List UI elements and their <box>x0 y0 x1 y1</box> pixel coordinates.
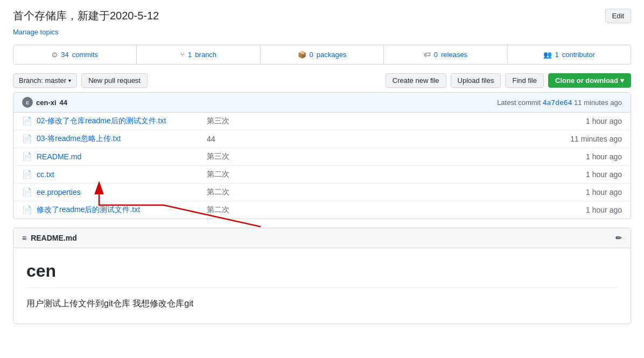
file-commit-msg: 第三次 <box>198 116 541 126</box>
branch-label: Branch: master <box>19 76 66 85</box>
file-link[interactable]: 修改了readme后的测试文件.txt <box>37 205 198 215</box>
contributors-label: contributor <box>562 51 595 59</box>
edit-readme-icon[interactable]: ✏ <box>615 234 622 242</box>
commit-message: 44 <box>60 99 67 107</box>
file-table: c cen-xi 44 Latest commit 4a7de64 11 min… <box>13 92 631 219</box>
table-row: 📄 ee.properties 第二次 1 hour ago <box>13 184 631 201</box>
commit-time: 11 minutes ago <box>574 99 622 107</box>
file-time: 1 hour ago <box>541 117 622 125</box>
branch-icon: ⑂ <box>180 51 185 59</box>
file-icon: 📄 <box>22 170 32 179</box>
file-link[interactable]: cc.txt <box>37 170 198 179</box>
latest-commit-prefix: Latest commit <box>497 99 541 107</box>
commit-author-info: c cen-xi 44 <box>22 97 67 108</box>
branch-selector[interactable]: Branch: master ▾ <box>13 73 77 88</box>
releases-count: 0 <box>434 51 438 59</box>
branches-stat[interactable]: ⑂ 1 branch <box>137 45 260 64</box>
branches-label: branch <box>195 51 216 59</box>
file-time: 1 hour ago <box>541 206 622 214</box>
author-name: cen-xi <box>36 99 57 107</box>
file-link[interactable]: ee.properties <box>37 188 198 196</box>
file-toolbar: Branch: master ▾ New pull request Create… <box>13 73 631 88</box>
commits-count: 34 <box>61 51 68 59</box>
file-time: 11 minutes ago <box>541 135 622 143</box>
releases-label: releases <box>441 51 467 59</box>
file-time: 1 hour ago <box>541 152 622 161</box>
file-commit-msg: 第三次 <box>198 152 541 162</box>
clone-or-download-button[interactable]: Clone or download ▾ <box>548 73 631 88</box>
readme-body: cen 用户测试上传文件到git仓库 我想修改仓库git <box>13 248 631 324</box>
commits-stat[interactable]: ⊙ 34 commits <box>13 45 137 64</box>
new-pull-request-button[interactable]: New pull request <box>81 73 148 88</box>
file-icon: 📄 <box>22 187 32 197</box>
clone-label: Clone or download <box>555 76 618 85</box>
file-link[interactable]: 02-修改了仓库readme后的测试文件.txt <box>37 116 198 126</box>
releases-icon: 🏷 <box>424 51 431 59</box>
file-commit-msg: 44 <box>198 135 541 143</box>
commit-header: c cen-xi 44 Latest commit 4a7de64 11 min… <box>13 93 631 113</box>
file-commit-msg: 第二次 <box>198 187 541 197</box>
chevron-down-icon: ▾ <box>620 76 624 85</box>
table-row: 📄 README.md 第三次 1 hour ago <box>13 148 631 166</box>
file-link[interactable]: README.md <box>37 152 198 161</box>
file-icon: 📄 <box>22 134 32 144</box>
readme-description: 用户测试上传文件到git仓库 我想修改仓库git <box>26 297 618 311</box>
file-icon: 📄 <box>22 152 32 162</box>
find-file-button[interactable]: Find file <box>505 73 544 88</box>
file-icon: 📄 <box>22 205 32 215</box>
readme-heading: cen <box>26 261 618 288</box>
stats-bar: ⊙ 34 commits ⑂ 1 branch 📦 0 packages 🏷 0… <box>13 45 631 65</box>
commits-icon: ⊙ <box>52 51 58 59</box>
releases-stat[interactable]: 🏷 0 releases <box>384 45 507 64</box>
package-icon: 📦 <box>298 51 306 59</box>
create-new-file-button[interactable]: Create new file <box>386 73 446 88</box>
file-time: 1 hour ago <box>541 188 622 196</box>
contributors-icon: 👥 <box>543 51 552 59</box>
contributors-stat[interactable]: 👥 1 contributor <box>508 45 631 64</box>
contributors-count: 1 <box>555 51 559 59</box>
chevron-down-icon: ▾ <box>68 78 71 83</box>
branches-count: 1 <box>188 51 192 59</box>
table-row: 📄 02-修改了仓库readme后的测试文件.txt 第三次 1 hour ag… <box>13 113 631 130</box>
readme-header: ≡ README.md ✏ <box>13 228 631 248</box>
packages-count: 0 <box>310 51 313 59</box>
file-commit-msg: 第二次 <box>198 170 541 179</box>
packages-stat[interactable]: 📦 0 packages <box>261 45 384 64</box>
packages-label: packages <box>317 51 347 59</box>
manage-topics-link[interactable]: Manage topics <box>13 28 59 36</box>
readme-filename: README.md <box>31 234 615 242</box>
readme-section: ≡ README.md ✏ cen 用户测试上传文件到git仓库 我想修改仓库g… <box>13 228 631 324</box>
file-icon: 📄 <box>22 116 32 126</box>
file-commit-msg: 第二次 <box>198 205 541 215</box>
table-row: 📄 03-将readme忽略上传.txt 44 11 minutes ago <box>13 130 631 148</box>
edit-button[interactable]: Edit <box>605 9 631 23</box>
repo-title: 首个存储库，新建于2020-5-12 <box>13 9 159 23</box>
commit-meta: Latest commit 4a7de64 11 minutes ago <box>497 99 622 107</box>
upload-files-button[interactable]: Upload files <box>451 73 501 88</box>
author-avatar: c <box>22 97 33 108</box>
commits-label: commits <box>72 51 98 59</box>
file-time: 1 hour ago <box>541 170 622 179</box>
table-row: 📄 cc.txt 第二次 1 hour ago <box>13 166 631 184</box>
file-table-wrapper: c cen-xi 44 Latest commit 4a7de64 11 min… <box>13 92 631 219</box>
file-link[interactable]: 03-将readme忽略上传.txt <box>37 134 198 144</box>
readme-title-icon: ≡ <box>22 234 26 242</box>
commit-hash[interactable]: 4a7de64 <box>543 99 572 107</box>
table-row: 📄 修改了readme后的测试文件.txt 第二次 1 hour ago <box>13 201 631 219</box>
